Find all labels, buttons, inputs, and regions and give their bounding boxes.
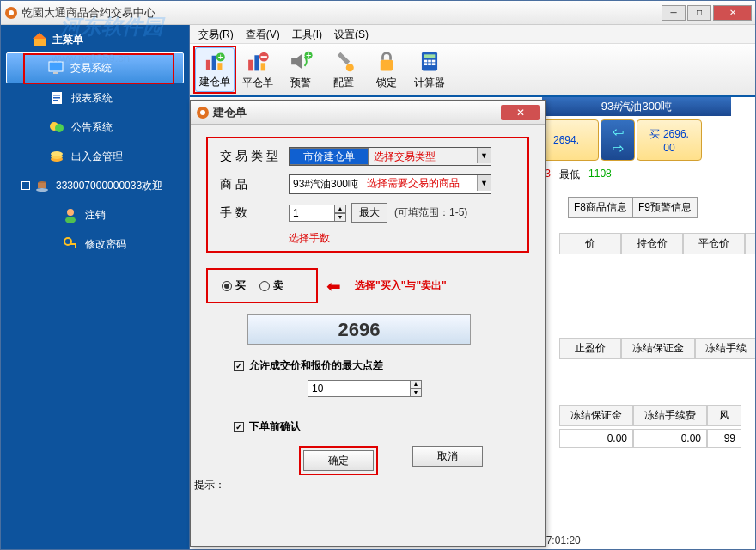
svg-rect-24 — [212, 56, 216, 70]
sidebar-item-trading[interactable]: 交易系统 — [6, 52, 184, 83]
report-icon — [49, 90, 64, 106]
tool-config[interactable]: 配置 — [324, 47, 363, 92]
max-button[interactable]: 最大 — [351, 203, 387, 223]
menu-trade[interactable]: 交易(R) — [198, 28, 234, 40]
points-spinner[interactable]: ▲▼ — [410, 380, 422, 397]
lock-icon — [373, 49, 400, 74]
checkbox-spread[interactable]: ✓ — [234, 361, 244, 371]
sidebar-item-label: 修改密码 — [85, 237, 126, 252]
svg-point-47 — [200, 110, 205, 115]
tab-alert-info[interactable]: F9预警信息 — [632, 197, 698, 218]
toolbar: + 建仓单 平仓单 + 预警 配置 锁定 — [190, 44, 755, 97]
sidebar-item-logout[interactable]: 注销 — [1, 200, 189, 229]
svg-rect-45 — [432, 63, 436, 65]
row-product: 商 品 93#汽油300吨 选择需要交易的商品 ▼ — [220, 174, 515, 194]
menu-tools[interactable]: 工具(I) — [292, 28, 322, 40]
svg-point-36 — [346, 64, 354, 71]
sidebar-account-node[interactable]: - 333007000000033欢迎 — [1, 171, 189, 200]
dialog-close-button[interactable]: ✕ — [501, 105, 540, 120]
tool-lock[interactable]: 锁定 — [367, 47, 406, 92]
cup-icon — [35, 178, 51, 193]
coins-icon — [49, 149, 64, 164]
sidebar-item-label: 公告系统 — [71, 120, 113, 135]
dropdown-arrow-icon[interactable]: ▼ — [477, 175, 491, 191]
qty-spinner[interactable]: ▲▼ — [334, 205, 346, 222]
sidebar-item-label: 报表系统 — [71, 91, 113, 106]
type-combo[interactable]: 市价建仓单 — [290, 148, 369, 165]
svg-marker-3 — [33, 33, 46, 39]
type-hint: 选择交易类型 — [374, 148, 477, 165]
menu-bar: 交易(R) 查看(V) 工具(I) 设置(S) — [190, 25, 755, 44]
open-position-dialog: 建仓单 ✕ 交易类型 市价建仓单 选择交易类型 ▼ 商 品 93#汽油300吨 … — [190, 100, 546, 547]
svg-rect-32 — [261, 56, 267, 58]
ticker-right[interactable]: 买 2696. 00 — [637, 119, 702, 161]
dialog-title: 建仓单 — [213, 105, 501, 120]
svg-rect-37 — [381, 60, 393, 71]
title-bar: 乾園大通商品合约交易中心 ─ □ ✕ — [1, 1, 755, 25]
menu-settings[interactable]: 设置(S) — [334, 28, 369, 40]
svg-marker-33 — [291, 53, 302, 69]
sidebar-item-password[interactable]: 修改密码 — [1, 229, 189, 259]
sidebar-header: 主菜单 — [1, 27, 189, 52]
row-allow-spread: ✓ 允许成交价和报价的最大点差 — [234, 358, 529, 373]
buy-sell-frame: 买 卖 — [206, 268, 318, 303]
svg-rect-43 — [424, 63, 428, 65]
maximize-button[interactable]: □ — [687, 5, 711, 21]
checkbox-confirm[interactable]: ✓ — [234, 422, 244, 432]
key-icon — [63, 236, 78, 252]
radio-sell[interactable]: 卖 — [259, 278, 284, 293]
ticker-arrows: ⇦⇨ — [601, 119, 635, 161]
svg-point-1 — [9, 10, 14, 15]
minimize-button[interactable]: ─ — [662, 5, 686, 21]
menu-view[interactable]: 查看(V) — [246, 28, 280, 40]
wrench-icon — [330, 49, 357, 74]
svg-rect-39 — [424, 54, 436, 58]
svg-rect-22 — [75, 245, 76, 248]
svg-point-18 — [67, 209, 74, 216]
svg-point-19 — [65, 217, 76, 223]
sidebar-item-funds[interactable]: 出入金管理 — [1, 142, 189, 171]
qty-range-hint: (可填范围：1-5) — [394, 205, 467, 220]
tab-product-info[interactable]: F8商品信息 — [568, 197, 633, 218]
dialog-icon — [196, 106, 210, 119]
home-icon — [32, 32, 47, 47]
sidebar-item-report[interactable]: 报表系统 — [1, 83, 189, 113]
tool-open-position[interactable]: + 建仓单 — [195, 47, 235, 92]
tool-close-position[interactable]: 平仓单 — [238, 47, 277, 92]
svg-rect-21 — [70, 243, 76, 245]
ticker-group: 2694. ⇦⇨ 买 2696. 00 — [533, 119, 702, 161]
product-combo-value[interactable]: 93#汽油300吨 — [290, 175, 362, 193]
row-trade-type: 交易类型 市价建仓单 选择交易类型 ▼ — [220, 147, 515, 166]
app-icon — [4, 6, 18, 20]
svg-rect-23 — [206, 60, 210, 70]
svg-rect-42 — [432, 60, 436, 63]
svg-point-14 — [51, 151, 63, 156]
points-input[interactable]: 10 — [308, 380, 411, 397]
ok-button[interactable]: 确定 — [303, 450, 374, 471]
grid-header-row1: 价 持仓价 平仓价 止损价 — [559, 233, 755, 254]
label-confirm: 下单前确认 — [249, 419, 301, 434]
tool-alert[interactable]: + 预警 — [281, 47, 320, 92]
window-title: 乾園大通商品合约交易中心 — [21, 5, 662, 21]
chat-icon — [49, 119, 64, 135]
dropdown-arrow-icon[interactable]: ▼ — [477, 148, 491, 163]
grid-value-row: 0.00 0.00 99 — [559, 429, 741, 448]
sidebar-item-announce[interactable]: 公告系统 — [1, 113, 189, 142]
svg-rect-2 — [34, 38, 46, 46]
monitor-icon — [48, 60, 64, 76]
info-tabs: F8商品信息 F9预警信息 — [568, 197, 697, 218]
tool-calculator[interactable]: 计算器 — [410, 47, 449, 92]
close-button[interactable]: ✕ — [713, 5, 752, 21]
qty-input[interactable]: 1 — [289, 205, 335, 222]
cancel-button[interactable]: 取消 — [412, 446, 483, 467]
bar-plus-icon: + — [201, 50, 229, 73]
tree-collapse-icon[interactable]: - — [21, 181, 30, 190]
sidebar-item-label: 注销 — [85, 208, 106, 223]
radio-buy[interactable]: 买 — [222, 278, 246, 293]
svg-rect-28 — [248, 60, 253, 71]
svg-rect-25 — [217, 63, 222, 70]
sidebar-item-label: 出入金管理 — [71, 150, 123, 164]
buysell-hint: 选择"买入"与"卖出" — [355, 278, 447, 293]
svg-rect-7 — [53, 95, 60, 96]
svg-rect-8 — [53, 97, 60, 99]
